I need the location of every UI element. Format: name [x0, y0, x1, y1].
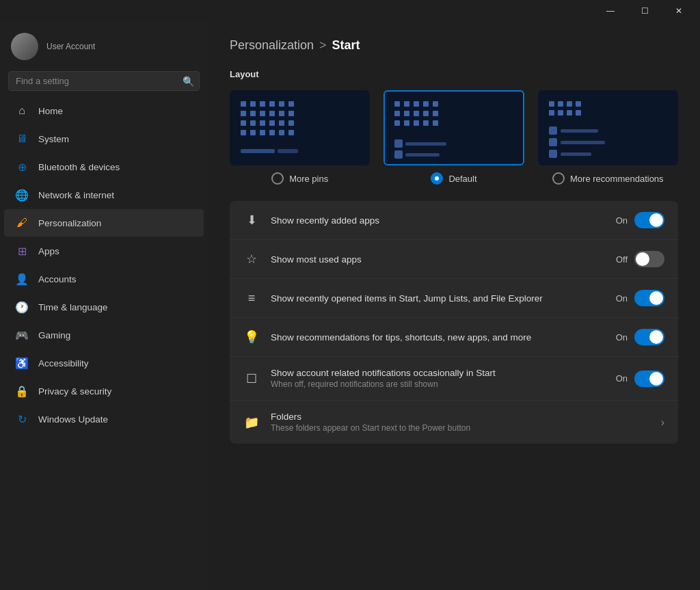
nav-icon-gaming: 🎮 [15, 328, 29, 342]
setting-row-recently_added: ⬇ Show recently added apps On [230, 201, 678, 240]
setting-icon-account_notifications: ☐ [243, 371, 260, 387]
setting-text-folders: Folders These folders appear on Start ne… [271, 412, 650, 433]
layout-card-default[interactable]: Default [383, 90, 524, 185]
toggle-recently_added[interactable] [634, 212, 664, 228]
nav-label-home: Home [38, 106, 63, 116]
sidebar-item-system[interactable]: 🖥 System [4, 125, 204, 152]
sidebar-item-accessibility[interactable]: ♿ Accessibility [4, 349, 204, 377]
close-button[interactable]: ✕ [663, 0, 695, 22]
more-pins-radio-row: More pins [271, 172, 328, 185]
breadcrumb-current: Start [332, 38, 360, 53]
sidebar-item-windows_update[interactable]: ↻ Windows Update [4, 405, 204, 433]
layout-card-more-recs[interactable]: More recommendations [538, 90, 678, 185]
layout-section-title: Layout [230, 69, 678, 79]
default-radio[interactable] [431, 172, 443, 185]
setting-row-account_notifications: ☐ Show account related notifications occ… [230, 357, 678, 401]
nav-icon-home: ⌂ [15, 104, 29, 118]
nav-icon-bluetooth: ⊕ [15, 160, 29, 174]
nav-icon-system: 🖥 [15, 132, 29, 146]
nav-icon-time: 🕐 [15, 300, 29, 314]
maximize-button[interactable]: ☐ [629, 0, 660, 22]
setting-text-most_used: Show most used apps [271, 254, 605, 265]
setting-row-recommendations: 💡 Show recommendations for tips, shortcu… [230, 318, 678, 357]
setting-control-recently_added: On [616, 212, 664, 228]
sidebar-item-apps[interactable]: ⊞ Apps [4, 237, 204, 265]
breadcrumb: Personalization > Start [230, 38, 678, 53]
more-recs-radio[interactable] [552, 172, 565, 185]
more-pins-radio[interactable] [271, 172, 284, 185]
toggle-most_used[interactable] [634, 251, 664, 267]
default-label: Default [448, 174, 476, 184]
setting-text-recently_added: Show recently added apps [271, 215, 605, 226]
status-label-most_used: Off [616, 254, 628, 265]
breadcrumb-separator: > [319, 38, 327, 53]
titlebar: — ☐ ✕ [0, 0, 700, 22]
sidebar-item-home[interactable]: ⌂ Home [4, 97, 204, 124]
toggle-thumb-account_notifications [649, 372, 663, 386]
setting-icon-recently_added: ⬇ [243, 212, 260, 228]
sidebar-item-accounts[interactable]: 👤 Accounts [4, 265, 204, 293]
setting-icon-recently_opened: ≡ [243, 290, 260, 306]
setting-control-most_used: Off [616, 251, 664, 267]
setting-row-folders[interactable]: 📁 Folders These folders appear on Start … [230, 401, 678, 444]
nav-icon-network: 🌐 [15, 188, 29, 202]
default-radio-row: Default [431, 172, 476, 185]
nav-container: ⌂ Home 🖥 System ⊕ Bluetooth & devices 🌐 … [0, 96, 208, 433]
sidebar-item-network[interactable]: 🌐 Network & internet [4, 181, 204, 209]
sidebar-item-gaming[interactable]: 🎮 Gaming [4, 321, 204, 349]
search-input[interactable] [8, 71, 200, 91]
toggle-recommendations[interactable] [634, 329, 664, 345]
nav-label-network: Network & internet [38, 190, 114, 200]
toggle-recently_opened[interactable] [634, 290, 664, 306]
user-name: User Account [46, 42, 95, 51]
setting-control-account_notifications: On [616, 371, 664, 387]
setting-title-recently_added: Show recently added apps [271, 215, 605, 226]
setting-text-recently_opened: Show recently opened items in Start, Jum… [271, 293, 605, 304]
main-layout: User Account 🔍 ⌂ Home 🖥 System ⊕ Bluetoo… [0, 22, 700, 590]
setting-title-most_used: Show most used apps [271, 254, 605, 265]
more-pins-label: More pins [289, 174, 328, 184]
setting-icon-recommendations: 💡 [243, 329, 260, 345]
more-recs-radio-row: More recommendations [552, 172, 664, 185]
nav-label-privacy: Privacy & security [38, 386, 111, 397]
breadcrumb-parent: Personalization [230, 38, 314, 53]
layout-preview-more-recs [538, 90, 678, 165]
avatar [11, 33, 38, 60]
nav-label-system: System [38, 134, 69, 144]
search-box: 🔍 [8, 71, 200, 91]
titlebar-controls: — ☐ ✕ [595, 0, 695, 22]
toggle-account_notifications[interactable] [634, 371, 664, 387]
setting-row-recently_opened: ≡ Show recently opened items in Start, J… [230, 279, 678, 318]
nav-icon-accessibility: ♿ [15, 356, 29, 370]
status-label-account_notifications: On [616, 373, 628, 384]
layout-card-more-pins[interactable]: More pins [230, 90, 370, 185]
more-recs-label: More recommendations [570, 174, 664, 184]
chevron-icon-folders: › [661, 416, 664, 429]
nav-icon-windows_update: ↻ [15, 412, 29, 426]
setting-title-folders: Folders [271, 412, 650, 422]
settings-container: ⬇ Show recently added apps On ☆ Show mos… [230, 201, 678, 444]
setting-text-account_notifications: Show account related notifications occas… [271, 368, 605, 389]
search-icon: 🔍 [183, 76, 194, 87]
sidebar-item-personalization[interactable]: 🖌 Personalization [4, 209, 204, 237]
layout-preview-more-pins [230, 90, 370, 165]
setting-control-recommendations: On [616, 329, 664, 345]
toggle-thumb-recently_opened [649, 291, 663, 305]
setting-subtitle-folders: These folders appear on Start next to th… [271, 423, 650, 433]
sidebar-item-privacy[interactable]: 🔒 Privacy & security [4, 377, 204, 405]
setting-title-recommendations: Show recommendations for tips, shortcuts… [271, 332, 605, 343]
nav-label-accounts: Accounts [38, 274, 77, 284]
minimize-button[interactable]: — [595, 0, 626, 22]
setting-row-most_used: ☆ Show most used apps Off [230, 240, 678, 279]
content-area: Personalization > Start Layout [208, 22, 700, 590]
status-label-recently_added: On [616, 215, 628, 226]
sidebar-item-time[interactable]: 🕐 Time & language [4, 293, 204, 321]
nav-label-windows_update: Windows Update [38, 414, 108, 425]
user-profile: User Account [0, 22, 208, 68]
setting-subtitle-account_notifications: When off, required notifications are sti… [271, 379, 605, 389]
nav-label-gaming: Gaming [38, 330, 70, 340]
nav-label-time: Time & language [38, 302, 108, 312]
nav-label-accessibility: Accessibility [38, 358, 89, 368]
layout-cards: More pins [230, 90, 678, 185]
sidebar-item-bluetooth[interactable]: ⊕ Bluetooth & devices [4, 153, 204, 180]
